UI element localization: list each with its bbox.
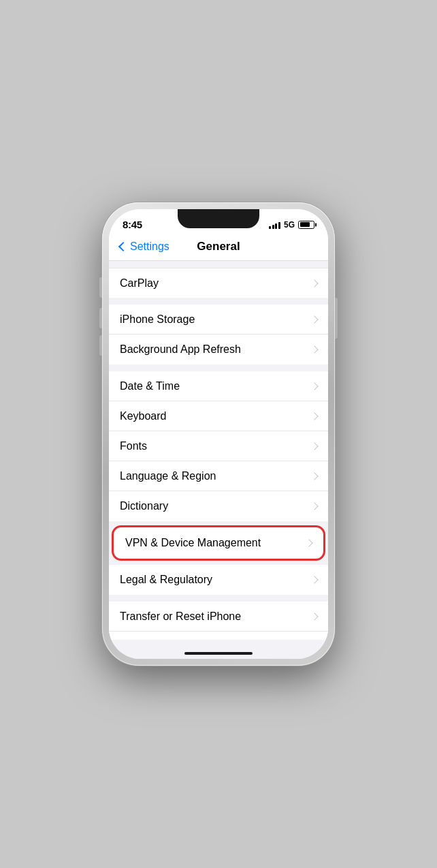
chevron-right-icon <box>310 613 318 620</box>
date-time-row[interactable]: Date & Time <box>109 371 328 401</box>
chevron-right-icon <box>310 315 318 323</box>
back-label: Settings <box>130 241 169 253</box>
battery-icon <box>298 221 314 229</box>
language-region-row[interactable]: Language & Region <box>109 461 328 491</box>
network-type: 5G <box>284 220 295 230</box>
carplay-row[interactable]: CarPlay <box>109 268 328 298</box>
fonts-label: Fonts <box>120 440 147 452</box>
chevron-right-icon <box>310 412 318 420</box>
carplay-label: CarPlay <box>120 277 159 290</box>
iphone-storage-label: iPhone Storage <box>120 313 195 326</box>
status-bar: 8:45 5G <box>109 209 328 234</box>
status-time: 8:45 <box>123 219 142 230</box>
vpn-wrapper: VPN & Device Management <box>114 528 323 558</box>
chevron-left-icon <box>118 242 128 251</box>
chevron-right-icon <box>310 502 318 510</box>
battery-fill <box>300 222 310 227</box>
legal-regulatory-label: Legal & Regulatory <box>120 574 212 586</box>
chevron-right-icon <box>310 345 318 353</box>
storage-section: iPhone Storage Background App Refresh <box>109 305 328 365</box>
transfer-reset-label: Transfer or Reset iPhone <box>120 610 241 623</box>
back-button[interactable]: Settings <box>120 241 174 253</box>
chevron-right-icon <box>310 576 318 583</box>
background-app-refresh-label: Background App Refresh <box>120 343 241 356</box>
signal-bars-icon <box>269 221 280 229</box>
transfer-reset-row[interactable]: Transfer or Reset iPhone <box>109 602 328 632</box>
locale-section: Date & Time Keyboard Fonts Language & Re… <box>109 371 328 521</box>
settings-content[interactable]: CarPlay iPhone Storage Background App Re… <box>109 261 328 640</box>
dictionary-row[interactable]: Dictionary <box>109 491 328 521</box>
legal-section: Legal & Regulatory <box>109 565 328 595</box>
home-bar <box>184 652 253 655</box>
chevron-right-icon <box>310 279 318 287</box>
phone-frame: 8:45 5G Set <box>102 202 335 666</box>
dictionary-label: Dictionary <box>120 500 168 512</box>
fonts-row[interactable]: Fonts <box>109 431 328 461</box>
keyboard-row[interactable]: Keyboard <box>109 401 328 431</box>
chevron-right-icon <box>310 442 318 450</box>
iphone-storage-row[interactable]: iPhone Storage <box>109 305 328 335</box>
nav-bar: Settings General <box>109 234 328 261</box>
page-title: General <box>174 240 263 253</box>
reset-section: Transfer or Reset iPhone Shut Down <box>109 602 328 640</box>
vpn-device-management-label: VPN & Device Management <box>125 537 261 549</box>
carplay-section: CarPlay <box>109 268 328 298</box>
background-app-refresh-row[interactable]: Background App Refresh <box>109 335 328 365</box>
chevron-right-icon <box>305 539 312 546</box>
shut-down-row[interactable]: Shut Down <box>109 632 328 640</box>
notch <box>178 209 259 228</box>
keyboard-label: Keyboard <box>120 410 167 422</box>
vpn-device-management-row[interactable]: VPN & Device Management <box>114 528 323 558</box>
status-icons: 5G <box>269 220 314 230</box>
screen: 8:45 5G Set <box>109 209 328 659</box>
phone-inner: 8:45 5G Set <box>109 209 328 659</box>
chevron-right-icon <box>310 382 318 390</box>
legal-regulatory-row[interactable]: Legal & Regulatory <box>109 565 328 595</box>
home-indicator <box>109 640 328 659</box>
language-region-label: Language & Region <box>120 470 216 482</box>
date-time-label: Date & Time <box>120 380 180 392</box>
chevron-right-icon <box>310 472 318 480</box>
